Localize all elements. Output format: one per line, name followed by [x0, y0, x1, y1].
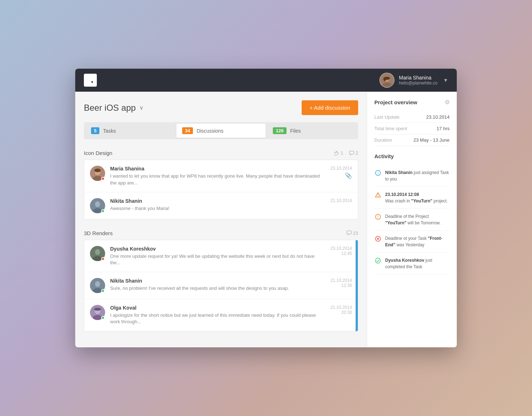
activity-item: Deadline ot your Task "Front-End" was Ye…	[374, 231, 450, 253]
left-panel: Beer iOS app ∨ + Add discussion 5 Tasks …	[75, 92, 367, 347]
message-content: Nikita Shanin Sure, no problem! I've rec…	[110, 278, 325, 292]
message-content: Olga Koval I apologize for the short not…	[110, 305, 325, 325]
files-badge: 126	[273, 127, 287, 134]
activity-text: 23.10.2014 12:08Was crash in "YouTurn" p…	[385, 191, 448, 204]
user-details: Maria Shanina hello@plainwhite.co	[399, 75, 437, 86]
status-dot-red	[101, 257, 105, 261]
message-time: 23.10.2014	[330, 246, 352, 251]
overview-label-duration: Duration	[374, 137, 392, 143]
activity-text: Deadline ot your Task "Front-End" was Ye…	[385, 235, 450, 248]
message-meta: 23.10.2014 12:45	[330, 246, 352, 256]
user-name: Maria Shanina	[399, 75, 437, 81]
complete-icon	[374, 257, 382, 264]
message-text: I apologize for the short notice but we …	[110, 312, 325, 325]
group-title-icon-design: Icon Design	[84, 150, 112, 156]
svg-point-27	[94, 308, 101, 311]
logo	[84, 74, 97, 87]
project-title: Beer iOS app ∨	[84, 103, 144, 113]
tasks-badge: 5	[91, 127, 99, 134]
activity-text: Deadline of the Project "YouTurn" will b…	[385, 213, 450, 226]
svg-rect-17	[347, 231, 351, 234]
overview-label-update: Last Update	[374, 114, 400, 120]
svg-text:i: i	[378, 171, 378, 175]
message-time: 21.10.2014	[330, 305, 352, 310]
user-email: hello@plainwhite.co	[399, 81, 437, 86]
overview-value-time: 17 hrs	[437, 126, 450, 131]
overview-row-duration: Duration 23 May - 13 June	[374, 134, 450, 146]
message-meta: 21.10.2014	[330, 198, 352, 203]
app-window: Maria Shanina hello@plainwhite.co ▼ Beer…	[75, 69, 457, 347]
tab-discussions[interactable]: 34 Discussions	[176, 124, 266, 138]
messages-3d-renders: Dyusha Koreshkov One more update request…	[84, 240, 358, 332]
message-row: Nikita Shanin Sure, no problem! I've rec…	[84, 272, 358, 299]
svg-text:!: !	[378, 193, 379, 197]
status-dot-green	[101, 209, 105, 213]
user-info[interactable]: Maria Shanina hello@plainwhite.co ▼	[379, 73, 448, 88]
comment-icon	[349, 151, 354, 156]
svg-point-8	[383, 77, 386, 81]
warning-icon: !	[374, 191, 382, 198]
message-text: Sure, no problem! I've received all the …	[110, 285, 325, 292]
activity-item: ! Deadline of the Project "YouTurn" will…	[374, 209, 450, 231]
message-time: 23.10.2014	[330, 166, 352, 171]
message-row: Olga Koval I apologize for the short not…	[84, 299, 358, 331]
message-sender: Nikita Shanin	[110, 198, 325, 204]
group-header-icon-design: Icon Design 1	[84, 146, 358, 160]
overview-value-duration: 23 May - 13 June	[414, 137, 450, 143]
add-discussion-button[interactable]: + Add discussion	[302, 100, 358, 115]
message-meta: 23.10.2014 📎	[330, 166, 352, 179]
message-time: 21.10.2014	[330, 198, 352, 203]
tabs: 5 Tasks 34 Discussions 126 Files	[84, 122, 358, 139]
settings-icon[interactable]: ⚙	[445, 99, 450, 106]
main-content: Beer iOS app ∨ + Add discussion 5 Tasks …	[75, 92, 457, 347]
avatar-olga	[90, 305, 105, 320]
right-panel: Project overview ⚙ Last Update 23.10.201…	[367, 92, 457, 347]
message-content: Dyusha Koreshkov One more update request…	[110, 246, 325, 266]
header: Maria Shanina hello@plainwhite.co ▼	[75, 69, 457, 92]
discussions-label: Discussions	[197, 128, 224, 134]
activity-item: Dyusha Koreshkov just completed the Task	[374, 253, 450, 275]
user-dropdown-arrow[interactable]: ▼	[443, 77, 448, 83]
svg-point-37	[375, 258, 380, 263]
svg-rect-2	[87, 81, 90, 83]
group-meta-3d-renders: 23	[347, 230, 358, 236]
message-row: Dyusha Koreshkov One more update request…	[84, 240, 358, 272]
overview-row-time: Total time spent 17 hrs	[374, 123, 450, 134]
avatar-maria	[90, 166, 105, 181]
deadline-icon: !	[374, 213, 382, 220]
message-sender: Dyusha Koreshkov	[110, 246, 325, 252]
status-dot-green	[101, 316, 105, 320]
svg-rect-9	[350, 151, 354, 154]
attachment-indicator: 📎	[330, 172, 352, 179]
tab-tasks[interactable]: 5 Tasks	[85, 124, 175, 138]
project-overview-section: Project overview ⚙ Last Update 23.10.201…	[374, 99, 450, 146]
overview-label-time: Total time spent	[374, 126, 407, 131]
project-chevron[interactable]: ∨	[139, 104, 144, 111]
message-row: Nikita Shanin Awesome - thank you Maria!…	[84, 192, 358, 219]
svg-text:!: !	[378, 215, 379, 219]
svg-rect-3	[91, 81, 93, 83]
message-content: Maria Shanina I wanted to let you know t…	[110, 166, 325, 186]
comment-count: 2	[349, 150, 358, 156]
comment-icon	[347, 230, 352, 236]
group-title-3d-renders: 3D Renders	[84, 230, 113, 236]
activity-item: i Nikita Shanin just assigned Task to yo…	[374, 165, 450, 187]
activity-section: Activity i Nikita Shanin just assigned T…	[374, 153, 450, 275]
project-name: Beer iOS app	[84, 103, 136, 113]
status-dot-green	[101, 289, 105, 293]
project-title-row: Beer iOS app ∨ + Add discussion	[84, 100, 358, 115]
message-meta: 21.10.2014 20:30	[330, 305, 352, 315]
activity-title: Activity	[374, 153, 450, 159]
message-text: Awesome - thank you Maria!	[110, 205, 325, 212]
message-time: 21.10.2014	[330, 278, 352, 283]
avatar-nikita	[90, 198, 105, 213]
tab-files[interactable]: 126 Files	[267, 124, 357, 138]
message-sender: Olga Koval	[110, 305, 325, 311]
message-text: I wanted to let you know that app for WP…	[110, 173, 325, 186]
svg-rect-0	[87, 77, 90, 80]
activity-text: Dyusha Koreshkov just completed the Task	[385, 257, 450, 270]
project-overview-title: Project overview ⚙	[374, 99, 450, 106]
message-sender: Nikita Shanin	[110, 278, 325, 284]
messages-icon-design: Maria Shanina I wanted to let you know t…	[84, 160, 358, 219]
discussions-badge: 34	[182, 127, 193, 134]
